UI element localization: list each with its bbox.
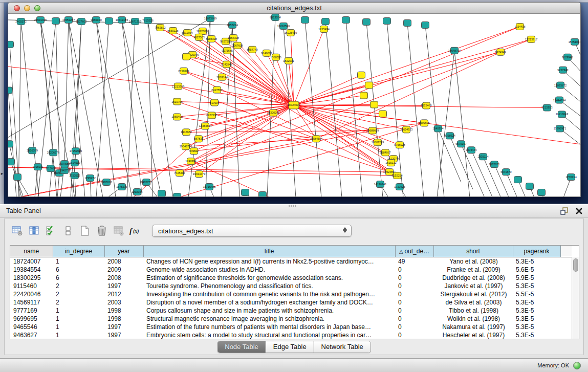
table-row[interactable]: 2242004622012Investigating the contribut… xyxy=(10,290,572,298)
graph-node[interactable]: 1640954 xyxy=(432,125,443,132)
minimize-window-button[interactable] xyxy=(24,5,30,11)
graph-node[interactable]: 2803144 xyxy=(216,74,227,80)
graph-node[interactable]: 9175685 xyxy=(222,47,232,54)
graph-node[interactable]: 1974349 xyxy=(495,49,506,55)
graph-node[interactable]: 8427552 xyxy=(211,86,222,93)
graph-node[interactable]: 7857224 xyxy=(227,21,237,28)
graph-node[interactable]: 1678275 xyxy=(116,184,127,190)
column-header-pagerank[interactable]: pagerank xyxy=(513,246,560,257)
graph-node[interactable]: 15716485 xyxy=(203,184,215,190)
network-window-titlebar[interactable]: citations_edges.txt xyxy=(8,2,581,14)
graph-node[interactable]: 2935114 xyxy=(478,154,489,160)
graph-node[interactable] xyxy=(8,87,12,94)
graph-node[interactable]: 9756928 xyxy=(394,142,405,148)
graph-node[interactable] xyxy=(383,17,391,24)
graph-node[interactable]: 18226058 xyxy=(197,28,209,34)
graph-node[interactable]: 9215953 xyxy=(541,104,552,111)
column-header-out_degree[interactable]: △ out_de… xyxy=(395,246,433,257)
graph-node[interactable]: 8958924 xyxy=(444,133,455,139)
graph-node[interactable]: 15751074 xyxy=(569,38,580,45)
graph-node[interactable]: 3915911 xyxy=(33,164,43,170)
graph-node[interactable]: 9115460 xyxy=(421,102,432,109)
graph-node[interactable] xyxy=(379,111,387,117)
column-header-name[interactable]: name xyxy=(10,246,53,257)
graph-node[interactable]: 1240994 xyxy=(185,158,196,165)
graph-node[interactable] xyxy=(105,17,113,24)
table-row[interactable]: 977716911998Corpus callosum shape and si… xyxy=(10,307,572,315)
graph-node[interactable]: 1965498 xyxy=(171,114,182,120)
graph-node[interactable]: 19218596 xyxy=(277,23,290,29)
graph-node[interactable]: 18300295 xyxy=(267,110,279,116)
graph-node[interactable]: 1215434 xyxy=(318,26,329,32)
graph-node[interactable]: 9097588 xyxy=(59,161,70,167)
graph-node[interactable]: 20691406 xyxy=(34,16,47,23)
graph-node[interactable] xyxy=(358,72,365,78)
tab-edge-table[interactable]: Edge Table xyxy=(266,341,314,353)
panel-collapse-arrow-icon[interactable]: ▸ xyxy=(0,171,4,176)
graph-node[interactable]: 1514519 xyxy=(69,160,80,166)
graph-node[interactable] xyxy=(158,190,166,196)
graph-node[interactable]: 7463822 xyxy=(155,24,165,31)
function-builder-icon[interactable]: f (x) xyxy=(129,224,142,238)
graph-node[interactable]: 1154408 xyxy=(515,23,526,30)
graph-node[interactable]: 16648794 xyxy=(448,47,461,54)
graph-node[interactable] xyxy=(8,141,13,147)
graph-node[interactable]: 8186328 xyxy=(206,35,216,42)
table-row[interactable]: 1456911722003Disruption of a novel membe… xyxy=(10,298,572,307)
create-table-icon[interactable] xyxy=(78,224,92,238)
graph-node[interactable]: 817004 xyxy=(210,99,219,106)
table-row[interactable]: 946554611997Estimation of the future num… xyxy=(10,323,572,331)
graph-node[interactable]: 17359924 xyxy=(70,148,82,155)
graph-node[interactable]: 15992971 xyxy=(554,125,566,132)
graph-node[interactable]: 1995816 xyxy=(101,179,112,186)
graph-node[interactable]: 12093872 xyxy=(554,82,567,89)
table-panel-header[interactable]: Table Panel xyxy=(0,204,588,218)
graph-node[interactable]: 9466160 xyxy=(91,16,101,23)
graph-node[interactable]: 1770314 xyxy=(565,174,576,181)
graph-node[interactable] xyxy=(301,16,309,23)
graph-node[interactable] xyxy=(183,53,190,60)
graph-node[interactable] xyxy=(422,21,429,28)
graph-node[interactable] xyxy=(514,177,522,183)
select-columns-icon[interactable] xyxy=(28,224,41,238)
table-selector-dropdown[interactable]: citations_edges.txt xyxy=(152,225,352,237)
graph-node[interactable] xyxy=(371,101,378,108)
graph-node[interactable]: 16210643 xyxy=(556,111,568,118)
table-row[interactable]: 1830029562008Estimation of significance … xyxy=(10,274,572,282)
graph-node[interactable]: 12444194 xyxy=(553,97,565,103)
graph-node[interactable]: 16914479 xyxy=(193,171,205,178)
column-header-short[interactable]: short xyxy=(433,246,513,257)
graph-node[interactable]: 2067608 xyxy=(232,42,243,49)
row-options-icon[interactable] xyxy=(61,224,75,238)
graph-node[interactable]: 16325419 xyxy=(285,29,297,36)
graph-node[interactable]: 1795272 xyxy=(84,175,95,182)
splitter-grip[interactable] xyxy=(289,205,297,207)
graph-node[interactable]: 1654338 xyxy=(228,34,238,41)
graph-node[interactable]: 7425402 xyxy=(174,170,185,177)
table-vertical-scrollbar[interactable] xyxy=(572,257,579,339)
graph-node[interactable]: 10653287 xyxy=(62,16,75,23)
graph-node[interactable]: 7465777 xyxy=(141,179,151,186)
scrollbar-thumb[interactable] xyxy=(573,258,578,272)
graph-node[interactable] xyxy=(360,92,368,99)
graph-node[interactable]: 12213389 xyxy=(172,83,184,90)
graph-node[interactable] xyxy=(8,159,15,165)
graph-node[interactable] xyxy=(322,18,330,25)
graph-node[interactable]: 1527602 xyxy=(76,18,86,25)
graph-node[interactable]: 2718129 xyxy=(178,68,189,74)
graph-node[interactable]: 7632621 xyxy=(489,161,499,168)
graph-node[interactable]: 949822 xyxy=(189,148,199,155)
tab-node-table[interactable]: Node Table xyxy=(217,341,266,353)
graph-node[interactable]: 8660128 xyxy=(167,27,178,34)
graph-node[interactable]: 2405572 xyxy=(15,18,26,25)
graph-node[interactable]: 9242848 xyxy=(221,61,232,68)
graph-node[interactable]: 9699695 xyxy=(419,120,429,126)
delete-table-icon[interactable] xyxy=(95,224,108,238)
graph-node[interactable]: 1610755 xyxy=(171,98,182,105)
graph-node[interactable]: 14136141 xyxy=(374,181,386,188)
graph-node[interactable]: 887833 xyxy=(194,136,203,142)
graph-node[interactable] xyxy=(363,18,371,25)
graph-node[interactable]: 6471670 xyxy=(500,169,511,176)
graph-node[interactable] xyxy=(538,189,546,196)
graph-node[interactable]: 1822031 xyxy=(283,57,294,64)
